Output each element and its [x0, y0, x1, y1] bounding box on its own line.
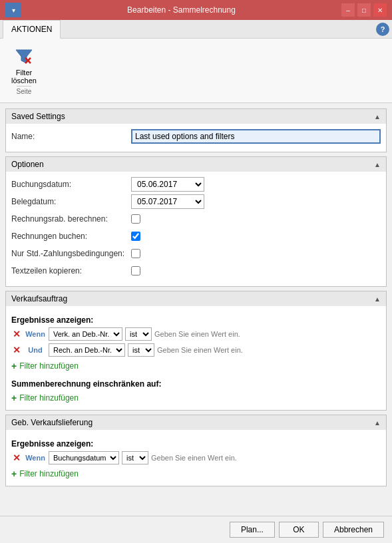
add-filter-button-1[interactable]: + Filter hinzufügen — [11, 359, 79, 373]
filter1-field-select[interactable]: Verk. an Deb.-Nr. — [49, 327, 122, 341]
filter1-delete-button[interactable]: ✕ — [11, 329, 22, 339]
geb-filter1-op-select[interactable]: ist — [122, 451, 148, 464]
name-control — [131, 129, 381, 144]
ribbon-section-seite: Seite — [17, 86, 32, 95]
geb-filter1-delete-button[interactable]: ✕ — [11, 453, 22, 462]
add-filter-plus-icon-2: + — [11, 393, 17, 403]
geb-add-filter-label: Filter hinzufügen — [19, 469, 79, 478]
add-filter-button-2[interactable]: + Filter hinzufügen — [11, 391, 79, 405]
geb-verkaufslieferung-chevron: ▲ — [374, 419, 381, 427]
saved-settings-section: Saved Settings ▲ Name: — [5, 108, 387, 152]
geb-verkaufslieferung-body: Ergebnisse anzeigen: ✕ Wenn Buchungsdatu… — [6, 430, 386, 486]
optionen-title: Optionen — [11, 160, 44, 169]
filter-loeschen-label: Filterlöschen — [11, 69, 37, 85]
main-content: Saved Settings ▲ Name: Optionen ▲ Buchun… — [0, 103, 392, 516]
summen-label: Summenberechnung einschränken auf: — [11, 379, 381, 389]
tab-aktionen[interactable]: AKTIONEN — [3, 20, 61, 39]
buchungsdatum-label: Buchungsdatum: — [11, 180, 131, 189]
ok-button[interactable]: OK — [279, 522, 319, 538]
saved-settings-header[interactable]: Saved Settings ▲ — [6, 109, 386, 124]
optionen-body: Buchungsdatum: 05.06.2017 Belegdatum: 05… — [6, 172, 386, 286]
help-button[interactable]: ? — [376, 23, 389, 36]
window-title: Bearbeiten - Sammelrechnung — [21, 5, 341, 15]
saved-settings-title: Saved Settings — [11, 112, 65, 121]
verkaufsauftrag-title: Verkaufsauftrag — [11, 294, 67, 303]
geb-filter-row-1: ✕ Wenn Buchungsdatum ist — [11, 451, 381, 464]
rechnungen-buchen-label: Rechnungen buchen: — [11, 232, 131, 241]
name-row: Name: — [11, 129, 381, 144]
add-filter-plus-icon-1: + — [11, 361, 17, 371]
ribbon-content: Filterlöschen Seite — [0, 39, 392, 102]
ergebnisse-label-2: Ergebnisse anzeigen: — [11, 439, 381, 449]
verkaufsauftrag-body: Ergebnisse anzeigen: ✕ Wenn Verk. an Deb… — [6, 306, 386, 410]
textzeilen-checkbox[interactable] — [131, 266, 140, 275]
belegdatum-row: Belegdatum: 05.07.2017 — [11, 194, 381, 209]
belegdatum-control: 05.07.2017 — [131, 194, 381, 209]
rechnungsrab-control — [131, 214, 381, 224]
buchungsdatum-control: 05.06.2017 — [131, 177, 381, 192]
nur-std-control — [131, 249, 381, 258]
title-menu-button[interactable]: ▾ — [5, 3, 21, 17]
add-filter-label-2: Filter hinzufügen — [19, 393, 79, 403]
filter-row-2: ✕ Und Rech. an Deb.-Nr. ist — [11, 343, 381, 357]
nur-std-row: Nur Std.-Zahlungsbedingungen: — [11, 246, 381, 261]
verkaufsauftrag-section: Verkaufsauftrag ▲ Ergebnisse anzeigen: ✕… — [5, 291, 387, 411]
abbrechen-button[interactable]: Abbrechen — [323, 522, 384, 538]
geb-verkaufslieferung-title: Geb. Verkaufslieferung — [11, 418, 93, 427]
textzeilen-control — [131, 266, 381, 275]
filter-loeschen-button[interactable]: Filterlöschen Seite — [5, 43, 43, 98]
name-input[interactable] — [131, 129, 381, 144]
nur-std-checkbox[interactable] — [131, 249, 140, 258]
belegdatum-select[interactable]: 05.07.2017 — [131, 194, 204, 209]
verkaufsauftrag-header[interactable]: Verkaufsauftrag ▲ — [6, 291, 386, 306]
minimize-button[interactable]: – — [341, 3, 355, 17]
nur-std-label: Nur Std.-Zahlungsbedingungen: — [11, 249, 131, 258]
ribbon: AKTIONEN ? Filterlöschen Seite — [0, 20, 392, 103]
add-filter-label-1: Filter hinzufügen — [19, 361, 79, 371]
title-bar: ▾ Bearbeiten - Sammelrechnung – □ ✕ — [0, 0, 392, 20]
filter2-field-select[interactable]: Rech. an Deb.-Nr. — [49, 343, 125, 357]
geb-verkaufslieferung-header[interactable]: Geb. Verkaufslieferung ▲ — [6, 415, 386, 430]
rechnungsrab-checkbox[interactable] — [131, 214, 140, 224]
filter2-connector: Und — [25, 346, 46, 354]
close-button[interactable]: ✕ — [373, 3, 387, 17]
rechnungsrab-label: Rechnungsrab. berechnen: — [11, 214, 131, 224]
optionen-chevron: ▲ — [374, 161, 381, 168]
textzeilen-row: Textzeilen kopieren: — [11, 264, 381, 278]
rechnungsrab-row: Rechnungsrab. berechnen: — [11, 212, 381, 226]
ribbon-tabs: AKTIONEN ? — [0, 20, 392, 39]
rechnungen-buchen-checkbox[interactable] — [131, 232, 140, 241]
geb-filter1-field-select[interactable]: Buchungsdatum — [49, 451, 119, 464]
ergebnisse-label-1: Ergebnisse anzeigen: — [11, 315, 381, 325]
buchungsdatum-row: Buchungsdatum: 05.06.2017 — [11, 177, 381, 192]
filter2-delete-button[interactable]: ✕ — [11, 345, 22, 355]
textzeilen-label: Textzeilen kopieren: — [11, 266, 131, 275]
filter1-connector: Wenn — [25, 330, 46, 338]
filter1-op-select[interactable]: ist — [125, 327, 152, 341]
verkaufsauftrag-chevron: ▲ — [374, 295, 381, 303]
rechnungen-buchen-control — [131, 232, 381, 241]
filter-delete-icon — [13, 46, 35, 67]
geb-verkaufslieferung-section: Geb. Verkaufslieferung ▲ Ergebnisse anze… — [5, 415, 387, 486]
footer: Plan... OK Abbrechen — [0, 516, 392, 543]
maximize-button[interactable]: □ — [357, 3, 371, 17]
belegdatum-label: Belegdatum: — [11, 197, 131, 206]
geb-add-filter-button[interactable]: + Filter hinzufügen — [11, 467, 79, 480]
filter2-op-select[interactable]: ist — [128, 343, 154, 357]
geb-filter1-connector: Wenn — [25, 454, 46, 462]
filter1-value-input[interactable] — [154, 327, 381, 341]
optionen-header[interactable]: Optionen ▲ — [6, 157, 386, 172]
rechnungen-buchen-row: Rechnungen buchen: — [11, 229, 381, 244]
saved-settings-body: Name: — [6, 124, 386, 152]
filter-row-1: ✕ Wenn Verk. an Deb.-Nr. ist — [11, 327, 381, 341]
filter2-value-input[interactable] — [157, 343, 381, 357]
name-label: Name: — [11, 132, 131, 141]
optionen-section: Optionen ▲ Buchungsdatum: 05.06.2017 Bel… — [5, 156, 387, 287]
plan-button[interactable]: Plan... — [230, 522, 275, 538]
window-controls: – □ ✕ — [341, 3, 387, 17]
buchungsdatum-select[interactable]: 05.06.2017 — [131, 177, 204, 192]
geb-filter1-value-input[interactable] — [151, 451, 381, 464]
saved-settings-chevron: ▲ — [374, 113, 381, 120]
geb-add-filter-plus-icon: + — [11, 468, 17, 479]
